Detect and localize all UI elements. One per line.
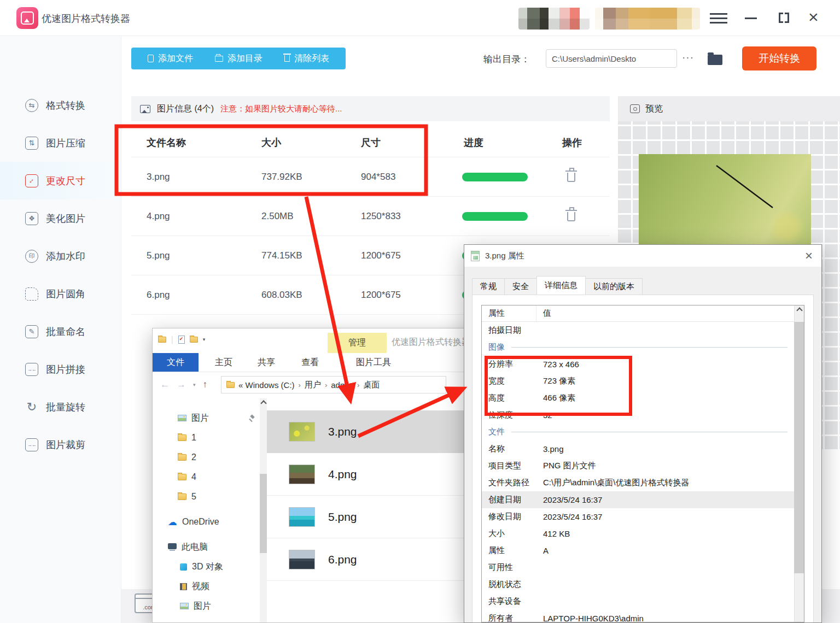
cell-dimensions: 1200*675 xyxy=(361,290,401,301)
table-row: 3.png 737.92KB 904*583 xyxy=(131,157,610,197)
tree-item-icon xyxy=(178,493,186,500)
file-icon xyxy=(148,55,154,62)
breadcrumb-item[interactable]: admin xyxy=(331,380,353,390)
history-dropdown-icon[interactable]: ▾ xyxy=(193,382,196,387)
breadcrumb-item[interactable]: « Windows (C:) xyxy=(238,380,295,390)
sidebar-item[interactable]: 添加水印 xyxy=(0,237,121,275)
sidebar-item[interactable]: 格式转换 xyxy=(0,86,121,124)
file-thumbnail xyxy=(289,422,315,442)
up-icon[interactable]: ↑ xyxy=(203,379,208,390)
property-row: 大小 412 KB xyxy=(482,525,794,542)
property-row: 修改日期 2023/5/24 16:37 xyxy=(482,508,794,525)
breadcrumb-item[interactable]: 桌面 xyxy=(363,380,380,390)
add-folder-button[interactable]: 添加目录 xyxy=(215,53,262,64)
ribbon-tab[interactable]: 查看 xyxy=(294,353,326,372)
tree-item-label: 1 xyxy=(191,433,196,443)
add-file-button[interactable]: 添加文件 xyxy=(148,53,193,64)
dialog-tab-page: 属性 值 拍摄日期 图像 分辨率 xyxy=(472,295,814,622)
sidebar-item-icon xyxy=(25,363,38,376)
dialog-tab[interactable]: 安全 xyxy=(504,278,537,295)
tree-item[interactable]: 此电脑 xyxy=(153,537,260,557)
start-convert-button[interactable]: 开始转换 xyxy=(742,46,816,70)
ribbon-tab[interactable]: 文件 xyxy=(153,353,199,372)
sidebar-item-icon xyxy=(25,174,38,187)
folder-icon xyxy=(226,382,235,388)
tree-item[interactable]: 图片 xyxy=(153,596,260,616)
folder-icon[interactable] xyxy=(158,337,166,343)
sidebar-item[interactable]: 更改尺寸 xyxy=(0,162,121,199)
table-row: 4.png 2.50MB 1250*833 xyxy=(131,197,610,236)
ribbon-tab[interactable]: 图片工具 xyxy=(348,353,399,372)
property-row: 图像 xyxy=(482,339,794,356)
col-progress: 进度 xyxy=(464,136,483,149)
property-value: 32 xyxy=(536,410,794,420)
tree-item[interactable]: 5 xyxy=(153,487,260,507)
maximize-icon[interactable] xyxy=(779,13,789,23)
tree-item-label: 3D 对象 xyxy=(192,561,223,573)
tree-item[interactable]: 1 xyxy=(153,428,260,448)
sidebar-item-icon xyxy=(25,250,38,263)
tree-scrollbar[interactable] xyxy=(260,398,267,622)
dialog-tab[interactable]: 详细信息 xyxy=(536,276,586,295)
cell-dimensions: 904*583 xyxy=(361,172,395,183)
sidebar-item-label: 添加水印 xyxy=(46,250,85,263)
forward-icon[interactable]: → xyxy=(177,379,186,390)
dialog-scrollbar[interactable] xyxy=(794,305,804,622)
dialog-title: 3.png 属性 xyxy=(485,251,524,261)
sidebar-item-label: 批量旋转 xyxy=(46,401,85,414)
sidebar-item[interactable]: 批量旋转 xyxy=(0,388,121,426)
close-icon[interactable]: × xyxy=(808,7,819,27)
tree-item[interactable]: 4 xyxy=(153,467,260,487)
tree-item-icon xyxy=(180,563,187,571)
qat-dropdown-icon[interactable]: ▾ xyxy=(203,337,206,342)
table-header: 文件名称 大小 尺寸 进度 操作 xyxy=(131,127,610,157)
app-title: 优速图片格式转换器 xyxy=(42,12,130,25)
tree-item[interactable]: OneDrive xyxy=(153,512,260,532)
checked-doc-icon[interactable] xyxy=(178,336,185,344)
open-folder-icon[interactable] xyxy=(708,55,722,65)
sidebar-item[interactable]: 图片裁剪 xyxy=(0,426,121,463)
ribbon-tab[interactable]: 主页 xyxy=(207,353,240,372)
delete-row-icon[interactable] xyxy=(567,173,575,182)
tree-item-label: 5 xyxy=(191,492,196,502)
minimize-icon[interactable] xyxy=(745,17,757,19)
tree-item[interactable]: 3D 对象 xyxy=(153,557,260,577)
ribbon-tab[interactable]: 共享 xyxy=(250,353,283,372)
preview-title: 预览 xyxy=(645,103,663,115)
tree-item-label: 图片 xyxy=(194,601,211,612)
sidebar-item-label: 图片裁剪 xyxy=(46,438,85,451)
sidebar-item[interactable]: 图片压缩 xyxy=(0,124,121,162)
scrollbar-thumb[interactable] xyxy=(260,474,267,553)
sidebar-item[interactable]: 图片圆角 xyxy=(0,275,121,313)
dialog-close-icon[interactable]: × xyxy=(805,248,813,263)
property-value: C:\用户\admin\桌面\优速图片格式转换器 xyxy=(536,478,794,488)
scrollbar-thumb[interactable] xyxy=(794,322,804,573)
tree-item[interactable]: 视频 xyxy=(153,577,260,596)
property-label: 属性 xyxy=(482,545,536,556)
tree-item-label: 图片 xyxy=(191,413,209,424)
manage-context-tab[interactable]: 管理 xyxy=(328,333,387,353)
tree-item-icon xyxy=(178,434,186,441)
folder-icon[interactable] xyxy=(190,337,198,343)
breadcrumb-item[interactable]: 用户 xyxy=(305,380,321,390)
scroll-up-icon[interactable] xyxy=(796,307,802,313)
tree-item[interactable]: 图片 xyxy=(153,408,260,428)
dialog-tab[interactable]: 常规 xyxy=(472,278,505,295)
back-icon[interactable]: ← xyxy=(160,379,170,390)
tree-item-icon xyxy=(178,454,186,461)
delete-row-icon[interactable] xyxy=(567,212,575,221)
output-dir-input[interactable] xyxy=(546,49,677,68)
sidebar-item[interactable]: 图片拼接 xyxy=(0,350,121,388)
hamburger-menu-icon[interactable] xyxy=(710,13,727,23)
sidebar-item[interactable]: 美化图片 xyxy=(0,199,121,237)
browse-more-button[interactable]: ··· xyxy=(682,51,694,63)
sidebar-item[interactable]: 批量命名 xyxy=(0,313,121,350)
breadcrumb[interactable]: « Windows (C:) › 用户 › admin › 桌面 › xyxy=(221,376,446,393)
dialog-tab[interactable]: 以前的版本 xyxy=(585,278,643,295)
sidebar-menu: 格式转换 图片压缩 更改尺寸 美化图片 添加水印 xyxy=(0,36,121,463)
cell-filename: 3.png xyxy=(147,172,170,183)
tree-item[interactable]: 2 xyxy=(153,448,260,467)
property-row: 宽度 723 像素 xyxy=(482,373,794,390)
scroll-up-icon[interactable] xyxy=(260,400,266,406)
clear-list-button[interactable]: 清除列表 xyxy=(284,53,329,64)
